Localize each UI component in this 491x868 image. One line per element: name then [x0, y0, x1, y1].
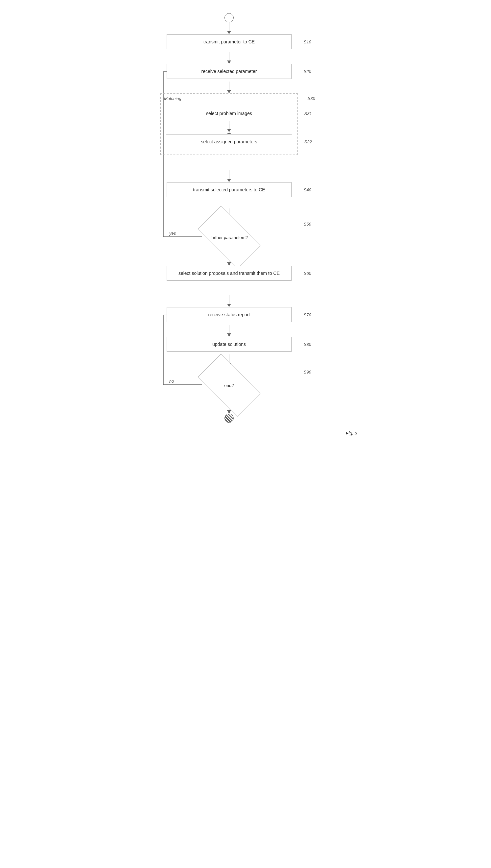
- s60-box: select solution proposals and transmit t…: [167, 265, 291, 281]
- s80-id: S80: [304, 342, 311, 347]
- s32-box: select assigned parameters S32: [166, 134, 292, 149]
- start-circle: [225, 13, 234, 22]
- diagram-container: yes no no yes transmit paramet: [131, 6, 360, 796]
- s10-content: transmit parameter to CE: [167, 34, 291, 49]
- s30-id: S30: [308, 96, 315, 101]
- s30-group: Matching S30 select problem images S31 s: [160, 93, 298, 155]
- svg-marker-23: [227, 333, 231, 337]
- s50-label: further parameters?: [209, 235, 249, 240]
- svg-marker-3: [227, 60, 231, 64]
- s90-diamond-container: end? S90: [167, 366, 291, 404]
- s32-content: select assigned parameters: [166, 134, 292, 149]
- svg-marker-35: [227, 129, 231, 132]
- s40-label: transmit selected parameters to CE: [193, 187, 265, 192]
- s10-label: transmit parameter to CE: [203, 39, 255, 45]
- s31-box: select problem images S31: [166, 106, 292, 121]
- s31-id: S31: [304, 111, 312, 116]
- svg-marker-18: [227, 262, 231, 265]
- s70-content: receive status report: [167, 307, 291, 322]
- end-circle: [225, 414, 234, 423]
- s80-content: update solutions: [167, 337, 291, 352]
- s10-id: S10: [304, 39, 311, 45]
- s20-id: S20: [304, 69, 311, 74]
- s60-label: select solution proposals and transmit t…: [178, 271, 280, 276]
- s70-id: S70: [304, 312, 311, 317]
- s60-id: S60: [304, 271, 311, 276]
- svg-marker-5: [227, 90, 231, 93]
- s70-box: receive status report S70: [167, 307, 291, 322]
- s90-label: end?: [213, 383, 246, 388]
- s80-box: update solutions S80: [167, 337, 291, 352]
- svg-marker-1: [227, 31, 231, 34]
- s32-label: select assigned parameters: [201, 139, 257, 144]
- s90-id: S90: [304, 369, 311, 374]
- s10-box: transmit parameter to CE S10: [167, 34, 291, 49]
- arrow-s31-s32: [166, 121, 292, 134]
- s31-label: select problem images: [206, 111, 252, 116]
- s70-label: receive status report: [208, 312, 250, 317]
- s40-box: transmit selected parameters to CE S40: [167, 182, 291, 197]
- s60-content: select solution proposals and transmit t…: [167, 265, 291, 281]
- s40-id: S40: [304, 188, 311, 192]
- s40-content: transmit selected parameters to CE: [167, 182, 291, 197]
- svg-marker-9: [227, 179, 231, 182]
- s31-content: select problem images: [166, 106, 292, 121]
- s20-content: receive selected parameter: [167, 64, 291, 79]
- s20-box: receive selected parameter S20: [167, 64, 291, 79]
- s50-id: S50: [304, 222, 311, 227]
- s80-label: update solutions: [212, 342, 246, 347]
- figure-label: Fig. 2: [346, 431, 357, 436]
- s50-diamond-container: further parameters? S50: [167, 218, 291, 256]
- s32-id: S32: [304, 139, 312, 144]
- s20-label: receive selected parameter: [201, 69, 257, 74]
- svg-marker-21: [227, 304, 231, 307]
- s30-label: Matching: [164, 96, 181, 101]
- svg-marker-32: [227, 410, 231, 414]
